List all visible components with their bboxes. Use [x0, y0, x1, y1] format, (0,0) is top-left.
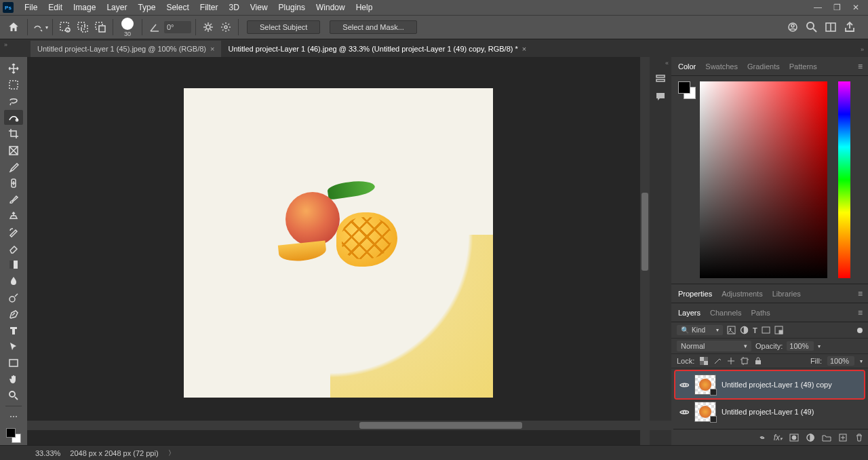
history-brush-tool[interactable]: [4, 225, 23, 239]
workspace-icon[interactable]: [825, 21, 837, 33]
panel-menu-icon[interactable]: ≡: [858, 289, 863, 299]
lock-transparency-icon[interactable]: [700, 357, 708, 365]
brush-preset-picker[interactable]: 30: [117, 18, 138, 37]
rectangle-tool[interactable]: [4, 356, 23, 370]
layer-visibility-icon[interactable]: [679, 407, 689, 417]
marquee-tool[interactable]: [4, 77, 23, 92]
layer-filter-kind[interactable]: 🔍Kind▾: [677, 325, 723, 335]
filter-type-icon[interactable]: T: [753, 326, 757, 334]
opacity-input[interactable]: 100%: [787, 341, 814, 351]
select-and-mask-button[interactable]: Select and Mask...: [330, 20, 417, 34]
menu-window[interactable]: Window: [311, 1, 351, 14]
clone-stamp-tool[interactable]: [4, 208, 23, 223]
tab-paths[interactable]: Paths: [751, 309, 770, 317]
layer-row[interactable]: Untitled project-Layer 1 (49): [675, 398, 864, 425]
tab-patterns[interactable]: Patterns: [789, 62, 817, 71]
tab-swatches[interactable]: Swatches: [705, 62, 738, 71]
window-maximize-button[interactable]: ❐: [827, 1, 846, 14]
crop-tool[interactable]: [4, 126, 23, 141]
window-minimize-button[interactable]: —: [808, 1, 827, 14]
layer-name[interactable]: Untitled project-Layer 1 (49) copy: [722, 381, 832, 389]
home-button[interactable]: [4, 18, 23, 37]
filter-pixel-icon[interactable]: [727, 326, 736, 334]
menu-select[interactable]: Select: [161, 1, 194, 14]
layer-visibility-icon[interactable]: [679, 380, 689, 389]
new-selection-icon[interactable]: [57, 19, 73, 35]
filter-smart-icon[interactable]: [774, 326, 783, 334]
document-dimensions[interactable]: 2048 px x 2048 px (72 ppi): [70, 449, 158, 457]
foreground-background-colors[interactable]: [4, 425, 23, 445]
lock-artboard-icon[interactable]: [741, 357, 749, 365]
link-layers-icon[interactable]: [757, 433, 767, 442]
type-tool[interactable]: [4, 323, 23, 338]
lasso-tool[interactable]: [4, 94, 23, 109]
new-layer-icon[interactable]: [838, 433, 848, 442]
filter-shape-icon[interactable]: [762, 326, 770, 334]
tab-color[interactable]: Color: [678, 62, 696, 71]
eyedropper-tool[interactable]: [4, 159, 23, 174]
menu-edit[interactable]: Edit: [43, 1, 68, 14]
expand-dock-icon[interactable]: «: [665, 60, 669, 66]
blur-tool[interactable]: [4, 273, 23, 288]
comments-panel-icon[interactable]: [655, 91, 666, 102]
hand-tool[interactable]: [4, 372, 23, 387]
tab-layers[interactable]: Layers: [678, 309, 701, 317]
delete-layer-icon[interactable]: [854, 433, 864, 442]
filter-adjustment-icon[interactable]: [740, 326, 749, 334]
collapse-dock-icon[interactable]: »: [861, 46, 864, 53]
group-icon[interactable]: [822, 433, 831, 442]
color-field[interactable]: [700, 81, 827, 278]
menu-3d[interactable]: 3D: [223, 1, 244, 14]
quick-selection-tool[interactable]: [4, 110, 23, 125]
menu-layer[interactable]: Layer: [101, 1, 132, 14]
tab-channels[interactable]: Channels: [710, 309, 741, 317]
lock-all-icon[interactable]: [754, 357, 762, 365]
document-canvas[interactable]: [184, 88, 493, 398]
path-selection-tool[interactable]: [4, 339, 23, 354]
tab-gradients[interactable]: Gradients: [747, 62, 780, 71]
gear-icon[interactable]: [218, 19, 234, 35]
zoom-tool[interactable]: [4, 388, 23, 403]
cloud-share-icon[interactable]: [787, 21, 799, 33]
brush-angle-input[interactable]: 0°: [164, 21, 191, 33]
panel-menu-icon[interactable]: ≡: [858, 62, 863, 71]
adjustment-layer-icon[interactable]: [806, 433, 815, 442]
gradient-tool[interactable]: [4, 257, 23, 272]
layer-thumbnail[interactable]: [694, 402, 716, 422]
edit-toolbar-icon[interactable]: ⋯: [4, 409, 23, 424]
zoom-level[interactable]: 33.33%: [35, 449, 60, 457]
layer-thumbnail[interactable]: [694, 375, 716, 395]
brush-settings-icon[interactable]: [200, 19, 216, 35]
eraser-tool[interactable]: [4, 241, 23, 256]
document-tab-1[interactable]: Untitled project-Layer 1 (45).jpeg @ 100…: [31, 41, 221, 57]
fill-input[interactable]: 100%: [827, 356, 854, 366]
document-tab-2[interactable]: Untitled project-Layer 1 (46).jpeg @ 33.…: [221, 41, 533, 57]
hue-slider[interactable]: [838, 81, 850, 278]
window-close-button[interactable]: ✕: [846, 1, 865, 14]
canvas-area[interactable]: [27, 57, 650, 445]
lock-pixels-icon[interactable]: [713, 357, 722, 365]
frame-tool[interactable]: [4, 143, 23, 158]
tab-libraries[interactable]: Libraries: [772, 290, 801, 298]
menu-type[interactable]: Type: [132, 1, 161, 14]
tab-properties[interactable]: Properties: [678, 290, 712, 298]
close-tab-icon[interactable]: ×: [210, 45, 214, 53]
move-tool[interactable]: [4, 61, 23, 76]
close-tab-icon[interactable]: ×: [522, 45, 526, 53]
vertical-scrollbar[interactable]: [640, 57, 650, 445]
search-icon[interactable]: [806, 21, 818, 33]
tool-preset-picker[interactable]: ▾: [32, 19, 48, 35]
share-icon[interactable]: [844, 21, 856, 33]
lock-position-icon[interactable]: [727, 357, 735, 365]
add-selection-icon[interactable]: [75, 19, 91, 35]
filter-toggle[interactable]: [857, 328, 863, 333]
color-swatch-fgbg[interactable]: [678, 81, 696, 99]
history-panel-icon[interactable]: [655, 73, 666, 84]
subtract-selection-icon[interactable]: [92, 19, 108, 35]
status-chevron-icon[interactable]: 〉: [168, 448, 175, 458]
menu-image[interactable]: Image: [68, 1, 101, 14]
layer-row[interactable]: Untitled project-Layer 1 (49) copy: [675, 371, 864, 398]
menu-file[interactable]: File: [19, 1, 43, 14]
menu-plugins[interactable]: Plugins: [273, 1, 311, 14]
layer-mask-icon[interactable]: [789, 433, 799, 442]
